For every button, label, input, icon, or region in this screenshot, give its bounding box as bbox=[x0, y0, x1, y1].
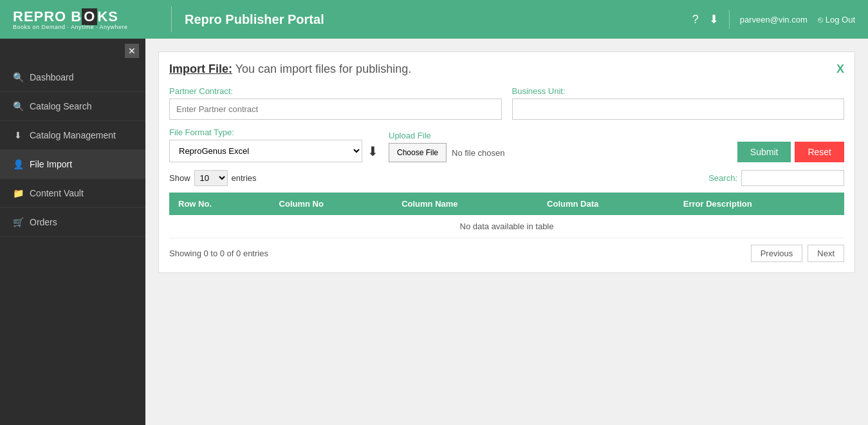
show-entries: Show 10 25 50 100 entries bbox=[169, 170, 257, 186]
sidebar-item-content-vault[interactable]: 📁 Content Vault bbox=[0, 179, 145, 208]
catalog-management-icon: ⬇ bbox=[13, 130, 23, 140]
upload-label: Upload File bbox=[389, 131, 727, 140]
business-unit-label: Business Unit: bbox=[512, 86, 845, 96]
sidebar-item-label: Catalog Search bbox=[30, 101, 92, 111]
form-row-2: File Format Type: ReproGenus Excel ⬇ Upl… bbox=[169, 128, 844, 162]
sidebar-item-label: Catalog Management bbox=[30, 130, 116, 140]
choose-file-button[interactable]: Choose File bbox=[389, 143, 447, 162]
no-data-cell: No data available in table bbox=[169, 215, 844, 238]
logo-area: REPRO BOKS Books on Demand · Anytime · A… bbox=[13, 8, 158, 30]
file-format-label: File Format Type: bbox=[169, 128, 378, 137]
file-format-select[interactable]: ReproGenus Excel bbox=[169, 140, 362, 162]
table-controls: Show 10 25 50 100 entries Search: bbox=[169, 170, 844, 186]
logout-label: Log Out bbox=[826, 15, 855, 24]
header-divider bbox=[171, 6, 172, 32]
next-button[interactable]: Next bbox=[808, 245, 844, 262]
file-import-icon: 👤 bbox=[13, 159, 23, 169]
search-label: Search: bbox=[708, 173, 737, 183]
download-header-icon[interactable]: ⬇ bbox=[709, 12, 719, 26]
upload-controls: Choose File No file chosen bbox=[389, 143, 727, 162]
panel-title: Import File: You can import files for pu… bbox=[169, 62, 411, 76]
entries-select[interactable]: 10 25 50 100 bbox=[194, 170, 228, 186]
main-content: Import File: You can import files for pu… bbox=[145, 39, 868, 425]
data-table: Row No. Column No Column Name Column Dat… bbox=[169, 193, 844, 238]
business-unit-group: Business Unit: bbox=[512, 86, 845, 120]
header-actions: ? ⬇ parveen@vin.com ⎋ Log Out bbox=[692, 10, 855, 29]
sidebar-close-area: ✕ bbox=[0, 39, 145, 63]
business-unit-input[interactable] bbox=[512, 99, 845, 120]
sidebar: ✕ 🔍 Dashboard 🔍 Catalog Search ⬇ Catalog… bbox=[0, 39, 145, 425]
logout-icon: ⎋ bbox=[818, 15, 823, 24]
format-row: ReproGenus Excel ⬇ bbox=[169, 140, 378, 162]
panel-title-sub: You can import files for publishing. bbox=[235, 62, 412, 75]
action-buttons: Submit Reset bbox=[737, 142, 844, 162]
partner-contract-group: Partner Contract: bbox=[169, 86, 502, 120]
search-box: Search: bbox=[708, 170, 844, 186]
pagination-buttons: Previous Next bbox=[751, 245, 844, 262]
table-header-row: Row No. Column No Column Name Column Dat… bbox=[169, 193, 844, 215]
sidebar-close-button[interactable]: ✕ bbox=[125, 44, 139, 58]
user-email: parveen@vin.com bbox=[740, 15, 808, 24]
panel-title-bold: Import File: bbox=[169, 62, 232, 75]
sidebar-item-label: Orders bbox=[30, 217, 57, 227]
col-row-no: Row No. bbox=[169, 193, 270, 215]
col-column-name: Column Name bbox=[392, 193, 538, 215]
logout-button[interactable]: ⎋ Log Out bbox=[818, 15, 855, 24]
sidebar-item-orders[interactable]: 🛒 Orders bbox=[0, 208, 145, 237]
sidebar-item-catalog-management[interactable]: ⬇ Catalog Management bbox=[0, 121, 145, 150]
col-column-no: Column No bbox=[270, 193, 393, 215]
logo-subtitle: Books on Demand · Anytime · Anywhere bbox=[13, 24, 128, 30]
col-error-desc: Error Description bbox=[674, 193, 844, 215]
layout: ✕ 🔍 Dashboard 🔍 Catalog Search ⬇ Catalog… bbox=[0, 39, 868, 425]
header-divider2 bbox=[729, 10, 730, 29]
search-input[interactable] bbox=[741, 170, 844, 186]
reset-button[interactable]: Reset bbox=[795, 142, 844, 162]
table-row-empty: No data available in table bbox=[169, 215, 844, 238]
form-row-1: Partner Contract: Business Unit: bbox=[169, 86, 844, 120]
submit-button[interactable]: Submit bbox=[737, 142, 791, 162]
show-label: Show bbox=[169, 173, 190, 183]
content-vault-icon: 📁 bbox=[13, 188, 23, 198]
logo-text: REPRO BOKS bbox=[13, 8, 128, 25]
panel-header: Import File: You can import files for pu… bbox=[169, 62, 844, 76]
sidebar-item-label: File Import bbox=[30, 159, 72, 169]
upload-group: Upload File Choose File No file chosen bbox=[389, 131, 727, 162]
header-title: Repro Publisher Portal bbox=[185, 12, 692, 27]
previous-button[interactable]: Previous bbox=[751, 245, 803, 262]
orders-icon: 🛒 bbox=[13, 217, 23, 227]
sidebar-item-label: Dashboard bbox=[30, 72, 74, 82]
sidebar-item-dashboard[interactable]: 🔍 Dashboard bbox=[0, 63, 145, 92]
partner-contract-label: Partner Contract: bbox=[169, 86, 502, 96]
import-panel: Import File: You can import files for pu… bbox=[158, 52, 855, 273]
partner-contract-input[interactable] bbox=[169, 99, 502, 120]
showing-text: Showing 0 to 0 of 0 entries bbox=[169, 249, 268, 258]
panel-close-button[interactable]: X bbox=[836, 62, 844, 76]
logo-box: O bbox=[82, 8, 97, 25]
file-chosen-text: No file chosen bbox=[452, 148, 504, 158]
sidebar-item-label: Content Vault bbox=[30, 188, 84, 198]
sidebar-item-catalog-search[interactable]: 🔍 Catalog Search bbox=[0, 92, 145, 121]
file-format-group: File Format Type: ReproGenus Excel ⬇ bbox=[169, 128, 378, 162]
dashboard-icon: 🔍 bbox=[13, 72, 23, 82]
download-template-icon[interactable]: ⬇ bbox=[367, 144, 378, 159]
sidebar-item-file-import[interactable]: 👤 File Import bbox=[0, 150, 145, 179]
pagination-row: Showing 0 to 0 of 0 entries Previous Nex… bbox=[169, 245, 844, 262]
entries-label: entries bbox=[232, 173, 257, 183]
col-column-data: Column Data bbox=[538, 193, 674, 215]
help-icon[interactable]: ? bbox=[692, 13, 699, 26]
catalog-search-icon: 🔍 bbox=[13, 101, 23, 111]
header: REPRO BOKS Books on Demand · Anytime · A… bbox=[0, 0, 868, 39]
